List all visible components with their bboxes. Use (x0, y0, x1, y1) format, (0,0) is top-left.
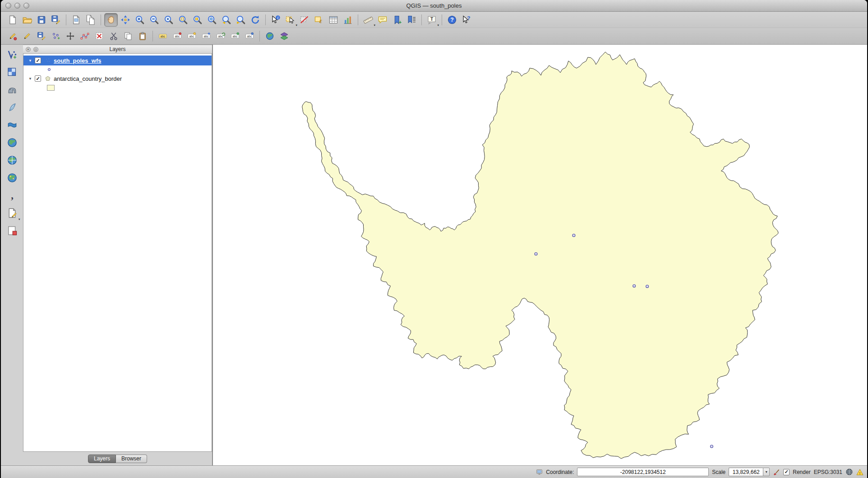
paintbrush-icon[interactable] (773, 469, 780, 476)
panel-close-button[interactable]: ✕ (26, 47, 31, 52)
identify-button[interactable]: i (269, 13, 282, 27)
map-tips-button[interactable] (376, 13, 389, 27)
messages-log-icon[interactable]: ! (856, 469, 863, 476)
deselect-all-button[interactable] (298, 13, 311, 27)
composer-manager-button[interactable] (84, 13, 97, 27)
pin-labels-button[interactable]: abc (171, 29, 184, 43)
move-feature-button[interactable] (64, 29, 77, 43)
paste-features-button[interactable] (136, 29, 149, 43)
change-label-button[interactable]: abc (228, 29, 242, 43)
mouse-position-icon (536, 469, 543, 475)
add-delimited-text-layer-button[interactable]: , (5, 188, 20, 203)
zoom-to-layer-button[interactable] (205, 13, 219, 27)
layer-visibility-checkbox[interactable]: ✓ (35, 75, 41, 82)
save-edits-button[interactable] (35, 29, 48, 43)
new-bookmark-button[interactable]: + (390, 13, 404, 27)
layer-visibility-checkbox[interactable]: ✓ (35, 57, 41, 64)
remove-layer-button[interactable] (5, 223, 20, 238)
highlight-labels-button[interactable]: abc (185, 29, 199, 43)
mouse-position-icon[interactable] (536, 469, 543, 475)
layers-panel-title: Layers (23, 46, 212, 52)
coordinate-capture-button[interactable] (263, 29, 277, 43)
svg-text:abc: abc (204, 35, 209, 38)
panel-detach-button[interactable]: ◻ (33, 47, 38, 52)
label-properties-button[interactable]: abc (243, 29, 256, 43)
pan-button[interactable] (104, 13, 118, 27)
save-project-button[interactable] (35, 13, 48, 27)
measure-icon (363, 15, 373, 25)
open-project-button[interactable] (20, 13, 34, 27)
scale-input[interactable] (729, 468, 763, 476)
zoom-native-button[interactable] (162, 13, 175, 27)
panel-tab-layers[interactable]: Layers (88, 455, 116, 463)
zoom-out-button[interactable] (148, 13, 161, 27)
copy-features-button[interactable] (121, 29, 135, 43)
whats-this-button[interactable]: ? (460, 13, 473, 27)
show-bookmarks-button[interactable] (405, 13, 418, 27)
add-wms-layer-button[interactable] (5, 135, 20, 150)
zoom-next-button[interactable] (234, 13, 248, 27)
add-mssql-layer-button[interactable] (5, 117, 20, 133)
render-checkbox[interactable]: ✓ (783, 469, 790, 475)
coordinate-input[interactable] (577, 468, 709, 476)
zoom-in-button[interactable] (133, 13, 147, 27)
layer-expander[interactable]: ▼ (27, 59, 33, 63)
help-contents-button[interactable]: ? (445, 13, 459, 27)
current-edits-button[interactable] (6, 29, 19, 43)
new-vector-layer-button[interactable]: ▾ (5, 205, 20, 221)
rotate-label-button[interactable]: abc (214, 29, 227, 43)
select-by-expression-button[interactable]: ε (312, 13, 326, 27)
main-toolbar: i▾ε▾+T▾?? (1, 12, 867, 28)
layer-expander[interactable]: ▼ (27, 77, 33, 81)
add-vector-layer-button[interactable]: + (5, 47, 20, 62)
messages-log-icon: ! (856, 469, 863, 476)
measure-button[interactable]: ▾ (361, 13, 375, 27)
cut-features-button[interactable] (107, 29, 120, 43)
pan-to-selection-button[interactable] (119, 13, 132, 27)
highlight-labels-icon: abc (187, 32, 196, 41)
scale-label: Scale (712, 469, 725, 475)
geoprocessing-button[interactable] (277, 29, 291, 43)
dropdown-arrow-icon[interactable]: ▾ (374, 23, 375, 27)
select-features-button[interactable]: ▾ (283, 13, 297, 27)
titlebar[interactable]: QGIS — south_poles (1, 0, 867, 12)
new-composer-button[interactable] (69, 13, 83, 27)
dropdown-arrow-icon[interactable]: ▾ (437, 23, 439, 27)
layers-panel-header[interactable]: ✕ ◻ Layers (23, 45, 212, 54)
add-feature-button[interactable]: + (49, 29, 63, 43)
node-tool-button[interactable] (78, 29, 92, 43)
zoom-to-selection-button[interactable] (191, 13, 204, 27)
map-canvas[interactable] (212, 45, 867, 465)
scale-dropdown-button[interactable]: ▾ (763, 468, 770, 476)
help-contents-icon: ? (447, 15, 457, 25)
add-wfs-layer-button[interactable] (5, 170, 20, 186)
layer-row-south_poles_wfs[interactable]: ▼✓south_poles_wfs (23, 56, 212, 65)
zoom-window-button[interactable] (23, 3, 29, 9)
text-annotation-button[interactable]: T▾ (425, 13, 439, 27)
svg-text:abc: abc (247, 35, 253, 38)
delete-selected-button[interactable] (92, 29, 106, 43)
save-project-as-button[interactable] (49, 13, 63, 27)
dropdown-arrow-icon[interactable]: ▾ (18, 218, 20, 221)
add-postgis-layer-button[interactable] (5, 82, 20, 97)
attribute-table-button[interactable] (327, 13, 340, 27)
move-label-button[interactable]: abc (199, 29, 213, 43)
add-spatialite-layer-button[interactable] (5, 100, 20, 115)
layer-row-antarctica_country_border[interactable]: ▼✓antarctica_country_border (23, 74, 212, 84)
add-wcs-layer-button[interactable] (5, 153, 20, 168)
chart-button[interactable] (341, 13, 355, 27)
minimize-window-button[interactable] (14, 3, 20, 9)
zoom-full-button[interactable] (176, 13, 190, 27)
close-window-button[interactable] (5, 3, 11, 9)
dropdown-arrow-icon[interactable]: ▾ (295, 23, 297, 27)
add-raster-layer-button[interactable] (5, 65, 20, 80)
crs-status-icon[interactable] (845, 468, 853, 476)
select-features-icon (285, 15, 295, 25)
new-project-button[interactable] (6, 13, 19, 27)
zoom-last-button[interactable] (220, 13, 233, 27)
refresh-button[interactable] (249, 13, 262, 27)
labeling-button[interactable]: abc (156, 29, 170, 43)
layer-label: antarctica_country_border (54, 75, 122, 82)
toggle-editing-button[interactable] (20, 29, 34, 43)
panel-tab-browser[interactable]: Browser (116, 455, 147, 463)
